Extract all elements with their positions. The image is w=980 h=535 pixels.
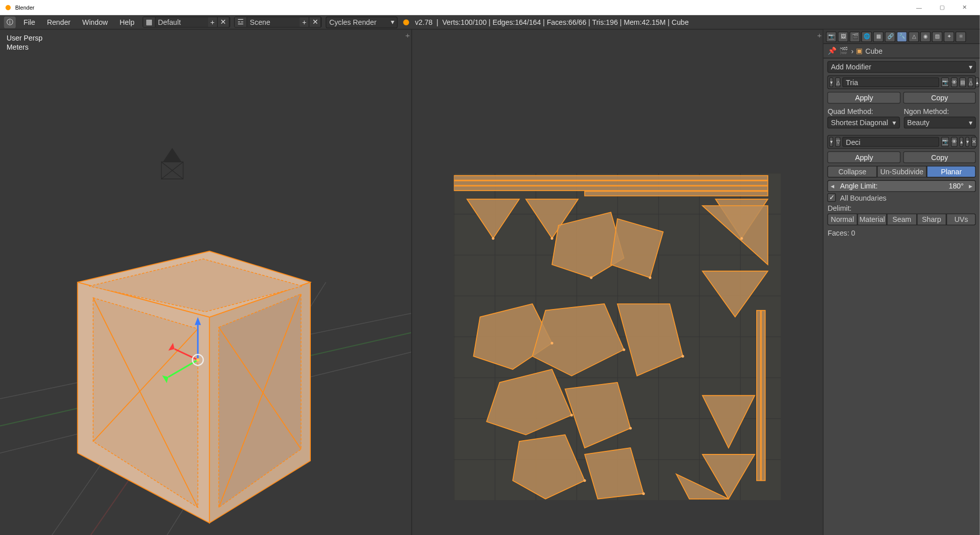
- modifier-expand-toggle[interactable]: ▾: [830, 137, 834, 146]
- tab-data-icon[interactable]: △: [909, 31, 919, 42]
- uv-grid[interactable]: [454, 173, 781, 500]
- 3d-viewport[interactable]: User Persp Meters +: [0, 29, 411, 535]
- svg-marker-49: [565, 383, 630, 448]
- delimit-sharp[interactable]: Sharp: [917, 213, 947, 225]
- scene-name-input[interactable]: [247, 17, 299, 27]
- tab-scene-icon[interactable]: 🎬: [850, 31, 861, 42]
- modifier-viewport-toggle[interactable]: 👁: [951, 78, 958, 87]
- delimit-normal[interactable]: Normal: [828, 213, 858, 225]
- tab-planar[interactable]: Planar: [926, 166, 976, 177]
- menu-render[interactable]: Render: [43, 17, 74, 27]
- svg-marker-50: [513, 435, 585, 499]
- render-engine-label: Cycles Render: [329, 18, 376, 26]
- tab-texture-icon[interactable]: ▨: [932, 31, 943, 42]
- modifier-move-down-button[interactable]: ▾: [966, 137, 970, 146]
- quad-method-dropdown[interactable]: Shortest Diagonal▾: [828, 117, 900, 128]
- modifier-decimate-header: ▾ ▽ 📷 👁 ▴ ▾ ✕: [828, 135, 976, 148]
- layout-browse-icon[interactable]: ▦: [143, 17, 155, 27]
- decimate-type-tabs: Collapse Un-Subdivide Planar: [828, 166, 976, 177]
- ngon-method-dropdown[interactable]: Beauty▾: [904, 117, 976, 128]
- breadcrumb-object-name: Cube: [865, 47, 882, 55]
- cube-mesh[interactable]: [77, 251, 310, 523]
- svg-rect-31: [454, 186, 768, 190]
- modifier-name-input[interactable]: [843, 137, 940, 146]
- tab-render-icon[interactable]: 📷: [826, 31, 837, 42]
- tab-unsubdivide[interactable]: Un-Subdivide: [877, 166, 927, 177]
- menu-window[interactable]: Window: [78, 17, 112, 27]
- modifier-render-toggle[interactable]: 📷: [942, 78, 950, 87]
- ngon-method-label: Ngon Method:: [904, 106, 976, 117]
- modifier-apply-button[interactable]: Apply: [828, 92, 901, 103]
- scene-selector[interactable]: ☲ + ✕: [234, 17, 322, 28]
- delimit-uvs[interactable]: UVs: [947, 213, 976, 225]
- svg-point-52: [492, 237, 495, 240]
- modifier-name-input[interactable]: [843, 78, 940, 87]
- layout-add-button[interactable]: +: [208, 17, 218, 27]
- modifier-render-toggle[interactable]: 📷: [942, 137, 950, 146]
- modifier-apply-button[interactable]: Apply: [828, 151, 901, 163]
- svg-rect-30: [454, 181, 768, 185]
- window-maximize-button[interactable]: ▢: [930, 0, 953, 15]
- layout-selector[interactable]: ▦ + ✕: [142, 17, 230, 28]
- uv-islands[interactable]: [454, 173, 781, 500]
- tab-material-icon[interactable]: ◉: [920, 31, 931, 42]
- breadcrumb-object-icon: ▣: [856, 47, 863, 55]
- all-boundaries-label: All Boundaries: [840, 194, 886, 202]
- modifier-copy-button[interactable]: Copy: [903, 92, 976, 103]
- 3d-scene[interactable]: [0, 29, 411, 535]
- delimit-material[interactable]: Material: [858, 213, 887, 225]
- tab-constraints-icon[interactable]: 🔗: [885, 31, 896, 42]
- svg-point-61: [629, 427, 632, 430]
- render-engine-dropdown[interactable]: Cycles Render ▾: [326, 16, 398, 28]
- svg-marker-36: [703, 206, 768, 264]
- modifier-viewport-toggle[interactable]: 👁: [951, 137, 958, 146]
- menu-file[interactable]: File: [20, 17, 39, 27]
- blender-icon: [402, 18, 411, 27]
- delimit-seam[interactable]: Seam: [887, 213, 917, 225]
- info-header: ⓘ File Render Window Help ▦ + ✕ ☲ + ✕ Cy…: [0, 15, 980, 29]
- window-title: Blender: [15, 5, 34, 11]
- scene-browse-icon[interactable]: ☲: [235, 17, 248, 27]
- properties-breadcrumb: 📌 🎬› ▣ Cube: [824, 44, 980, 58]
- add-modifier-dropdown[interactable]: Add Modifier▾: [828, 61, 976, 72]
- svg-rect-29: [454, 176, 768, 180]
- svg-marker-47: [618, 304, 683, 376]
- tab-particles-icon[interactable]: ✦: [944, 31, 955, 42]
- all-boundaries-checkbox[interactable]: [828, 193, 836, 202]
- faces-count-label: Faces: 0: [828, 228, 976, 239]
- scene-add-button[interactable]: +: [300, 17, 310, 27]
- modifier-expand-toggle[interactable]: ▾: [830, 78, 834, 87]
- window-title-bar: Blender — ▢ ✕: [0, 0, 980, 15]
- scene-remove-button[interactable]: ✕: [310, 17, 321, 27]
- tab-modifiers-icon[interactable]: 🔧: [897, 31, 908, 42]
- window-minimize-button[interactable]: —: [908, 0, 930, 15]
- tab-physics-icon[interactable]: ⚛: [956, 31, 966, 42]
- properties-editor: 📷 🖼 🎬 🌐 ▦ 🔗 🔧 △ ◉ ▨ ✦ ⚛ 📌 🎬› ▣: [823, 29, 980, 535]
- tab-collapse[interactable]: Collapse: [828, 166, 877, 177]
- version-label: v2.78: [415, 18, 433, 26]
- menu-help[interactable]: Help: [116, 17, 139, 27]
- modifier-move-up-button[interactable]: ▴: [975, 78, 979, 87]
- svg-point-54: [741, 237, 743, 240]
- angle-limit-field[interactable]: ◂ Angle Limit: 180° ▸: [828, 180, 976, 192]
- svg-point-63: [642, 492, 645, 495]
- tab-world-icon[interactable]: 🌐: [862, 31, 872, 42]
- pin-icon[interactable]: 📌: [828, 47, 837, 55]
- delimit-tabs: Normal Material Seam Sharp UVs: [828, 213, 976, 225]
- uv-image-editor[interactable]: +: [412, 29, 823, 535]
- modifier-cage-toggle[interactable]: △: [968, 78, 973, 87]
- tab-object-icon[interactable]: ▦: [873, 31, 884, 42]
- svg-point-57: [551, 342, 553, 345]
- modifier-copy-button[interactable]: Copy: [903, 151, 976, 163]
- modifier-remove-button[interactable]: ✕: [971, 137, 977, 146]
- window-close-button[interactable]: ✕: [953, 0, 976, 15]
- scene-stats: Verts:100/100 | Edges:164/164 | Faces:66…: [442, 18, 689, 26]
- modifier-move-up-button[interactable]: ▴: [960, 137, 964, 146]
- layout-name-input[interactable]: [155, 17, 208, 27]
- tab-render-layers-icon[interactable]: 🖼: [838, 31, 849, 42]
- modifier-triangulate-header: ▾ △ 📷 👁 ▤ △ ▴ ▾ ✕: [828, 75, 976, 89]
- editor-type-info-icon[interactable]: ⓘ: [4, 16, 16, 28]
- modifier-editmode-toggle[interactable]: ▤: [960, 78, 966, 87]
- quad-method-label: Quad Method:: [828, 106, 900, 117]
- layout-remove-button[interactable]: ✕: [218, 17, 229, 27]
